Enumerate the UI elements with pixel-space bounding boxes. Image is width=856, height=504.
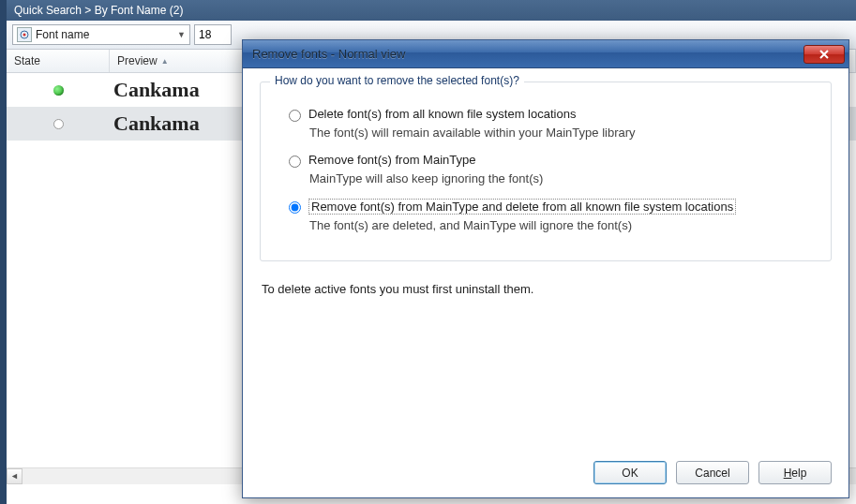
cancel-button[interactable]: Cancel [676, 461, 749, 484]
target-icon [17, 27, 32, 42]
dialog-body: How do you want to remove the selected f… [243, 68, 848, 497]
options-group: How do you want to remove the selected f… [260, 82, 832, 261]
group-title: How do you want to remove the selected f… [270, 74, 524, 87]
option-remove-and-delete[interactable]: Remove font(s) from MainType and delete … [289, 199, 816, 215]
svg-point-1 [23, 34, 26, 37]
font-name-label: Font name [36, 28, 177, 41]
option-desc: The font(s) will remain available within… [309, 126, 816, 140]
font-size-input[interactable]: 18 [194, 24, 232, 45]
dialog-note: To delete active fonts you must first un… [262, 282, 832, 296]
option-label: Remove font(s) from MainType and delete … [308, 199, 736, 215]
close-icon [818, 50, 830, 59]
scroll-left-button[interactable]: ◄ [7, 468, 23, 484]
status-dot-inactive [53, 119, 64, 129]
radio-remove-maintype[interactable] [289, 156, 301, 168]
state-cell [7, 85, 110, 96]
dialog-title: Remove fonts - Normal view [252, 47, 405, 61]
ok-button[interactable]: OK [593, 461, 667, 484]
font-size-value: 18 [199, 28, 211, 41]
option-desc: The font(s) are deleted, and MainType wi… [309, 218, 816, 232]
dialog-titlebar[interactable]: Remove fonts - Normal view [243, 40, 848, 68]
help-rest: elp [791, 467, 806, 480]
option-remove-maintype[interactable]: Remove font(s) from MainType [289, 153, 816, 168]
panel-title: Quick Search > By Font Name (2) [7, 0, 856, 21]
close-button[interactable] [803, 45, 845, 64]
state-cell [7, 119, 110, 129]
column-preview-label: Preview [117, 54, 158, 67]
font-name-combo[interactable]: Font name ▼ [12, 24, 190, 45]
option-label: Remove font(s) from MainType [308, 153, 475, 167]
remove-fonts-dialog: Remove fonts - Normal view How do you wa… [242, 39, 849, 498]
dialog-buttons: OK Cancel Help [593, 461, 832, 484]
column-state[interactable]: State [7, 50, 110, 72]
option-label: Delete font(s) from all known file syste… [308, 107, 576, 121]
sort-asc-icon: ▲ [161, 57, 169, 66]
option-desc: MainType will also keep ignoring the fon… [309, 171, 816, 185]
help-button[interactable]: Help [758, 461, 832, 484]
chevron-down-icon: ▼ [177, 30, 186, 39]
option-delete-filesystem[interactable]: Delete font(s) from all known file syste… [289, 107, 816, 122]
radio-delete-filesystem[interactable] [289, 110, 301, 122]
status-dot-active [53, 85, 64, 96]
radio-remove-and-delete[interactable] [289, 201, 301, 214]
